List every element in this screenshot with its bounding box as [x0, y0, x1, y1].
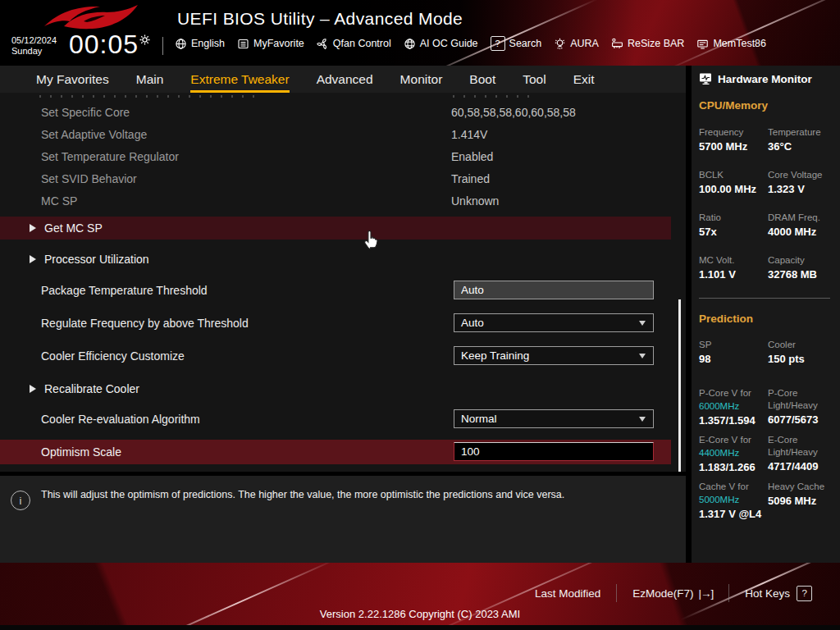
menu-label: AURA: [570, 38, 599, 49]
date-display: 05/12/2024 Sunday: [11, 35, 57, 57]
regulate-frequency-dropdown[interactable]: Auto: [454, 313, 654, 332]
row-label: Optimism Scale: [41, 445, 121, 459]
favorites-list-icon: [237, 38, 249, 50]
stat-label: E-Core: [768, 434, 835, 446]
tab-my-favorites[interactable]: My Favorites: [36, 72, 109, 93]
menu-label: MemTest86: [713, 38, 766, 49]
option-label: MC SP: [41, 194, 77, 208]
row-get-mc-sp[interactable]: Get MC SP: [0, 217, 671, 240]
stat: DRAM Freq. 4000 MHz: [768, 212, 835, 238]
stat-label: SP: [699, 340, 768, 349]
row-processor-utilization[interactable]: Processor Utilization: [0, 251, 671, 267]
clipped-row: [453, 95, 535, 98]
chevron-down-icon: [639, 354, 646, 358]
cooler-algorithm-dropdown[interactable]: Normal: [454, 409, 654, 428]
scrollbar-thumb[interactable]: [678, 299, 681, 472]
app-title: UEFI BIOS Utility – Advanced Mode: [177, 9, 463, 29]
menu-item-ai-oc-guide[interactable]: AI OC Guide: [404, 38, 478, 50]
stat-label: Ratio: [699, 212, 768, 222]
stat-value: 5096 MHz: [768, 493, 835, 509]
stat-label: BCLK: [699, 170, 768, 180]
footer-divider: [728, 584, 729, 602]
tab-exit[interactable]: Exit: [573, 72, 595, 93]
option-label: Set Specific Core: [41, 106, 130, 119]
last-modified-button[interactable]: Last Modified: [535, 587, 600, 600]
stat: E-Core Light/Heavy 4717/4409: [768, 434, 835, 475]
hand-cursor: [362, 229, 380, 251]
field-label: Regulate Frequency by above Threshold: [41, 317, 249, 330]
stat-label: Cache V for: [699, 481, 768, 493]
menu-item-qfan-control[interactable]: Qfan Control: [317, 38, 391, 50]
stat-value: 57x: [699, 226, 768, 238]
menu-item-english[interactable]: English: [175, 38, 225, 50]
option-value: Unknown: [451, 194, 499, 208]
bottom-edge-strip: [0, 625, 840, 630]
stat-value: 4000 MHz: [768, 226, 835, 238]
submenu-arrow-icon: [30, 224, 36, 232]
stat-label: E-Core V for: [699, 434, 768, 446]
clock-display: 00:05: [69, 30, 139, 60]
stat-frequency: 6000MHz: [699, 399, 768, 413]
dropdown-value: Normal: [461, 413, 497, 425]
day-value: Sunday: [11, 46, 57, 57]
stat-label: Capacity: [768, 255, 835, 265]
top-menu: English MyFavorite Qfan Control: [175, 36, 766, 51]
menu-item-myfavorite[interactable]: MyFavorite: [237, 38, 304, 50]
chevron-down-icon: [639, 417, 646, 422]
info-icon: i: [11, 491, 30, 510]
date-value: 05/12/2024: [11, 35, 57, 46]
stat: E-Core V for 4400MHz 1.183/1.266: [699, 434, 768, 475]
stat-label: Core Voltage: [768, 170, 835, 180]
stat-value: 100.00 MHz: [699, 183, 768, 195]
cooler-efficiency-dropdown[interactable]: Keep Training: [454, 346, 654, 365]
prediction-stats: SP 98 Cooler 150 pts: [699, 340, 835, 382]
tab-extreme-tweaker[interactable]: Extreme Tweaker: [190, 72, 289, 93]
stat: P-Core Light/Heavy 6077/5673: [768, 387, 835, 428]
field-label: Cooler Efficiency Customize: [41, 349, 185, 363]
panel-divider: [699, 298, 830, 299]
option-label: Set Adaptive Voltage: [41, 128, 147, 141]
stat-label: Light/Heavy: [768, 446, 835, 459]
tab-monitor[interactable]: Monitor: [400, 72, 443, 93]
menu-item-search[interactable]: ? Search: [491, 36, 542, 51]
submenu-arrow-icon: [30, 255, 36, 263]
menu-item-memtest86[interactable]: MemTest86: [696, 38, 766, 50]
stat-label: P-Core V for: [699, 387, 768, 399]
package-temperature-threshold-input[interactable]: [454, 281, 654, 299]
row-label: Get MC SP: [44, 221, 103, 235]
stat: Heavy Cache 5096 MHz: [768, 481, 835, 522]
main-nav: My Favorites Main Extreme Tweaker Advanc…: [0, 66, 686, 93]
option-value: Trained: [451, 172, 490, 185]
version-text: Version 2.22.1286 Copyright (C) 2023 AMI: [0, 608, 840, 620]
fan-icon: [317, 38, 329, 50]
stat-label: Light/Heavy: [768, 399, 835, 412]
menu-item-resize-bar[interactable]: ReSize BAR: [611, 38, 684, 50]
tab-advanced[interactable]: Advanced: [317, 72, 373, 93]
ezmode-label: EzMode(F7): [632, 587, 693, 600]
tab-main[interactable]: Main: [136, 72, 164, 93]
stat-label: Heavy Cache: [768, 481, 835, 493]
cpu-memory-stats: Frequency 5700 MHz Temperature 36°C BCLK…: [699, 127, 835, 298]
tab-tool[interactable]: Tool: [523, 72, 546, 93]
optimism-scale-input[interactable]: [454, 442, 654, 461]
header-divider: [162, 37, 163, 55]
hot-keys-button[interactable]: Hot Keys ?: [745, 586, 812, 601]
menu-label: Search: [509, 38, 542, 49]
menu-label: ReSize BAR: [628, 38, 684, 49]
submenu-arrow-icon: [30, 385, 36, 393]
stat-frequency: 4400MHz: [699, 446, 768, 459]
stat: BCLK 100.00 MHz: [699, 170, 768, 195]
footer-actions: Last Modified EzMode(F7) |→] Hot Keys ?: [535, 584, 812, 602]
top-header: UEFI BIOS Utility – Advanced Mode 05/12/…: [0, 0, 840, 66]
clipped-row: [39, 95, 262, 98]
stat: MC Volt. 1.101 V: [699, 255, 768, 281]
row-recalibrate-cooler[interactable]: Recalibrate Cooler: [0, 381, 671, 397]
stat: Capacity 32768 MB: [768, 255, 835, 281]
section-cpu-memory: CPU/Memory: [699, 99, 835, 112]
field-label: Package Temperature Threshold: [41, 284, 208, 297]
ezmode-button[interactable]: EzMode(F7) |→]: [632, 587, 713, 600]
menu-item-aura[interactable]: AURA: [554, 38, 599, 50]
clock-settings-button[interactable]: [139, 34, 150, 48]
tab-boot[interactable]: Boot: [469, 72, 495, 93]
chevron-down-icon: [639, 321, 646, 326]
